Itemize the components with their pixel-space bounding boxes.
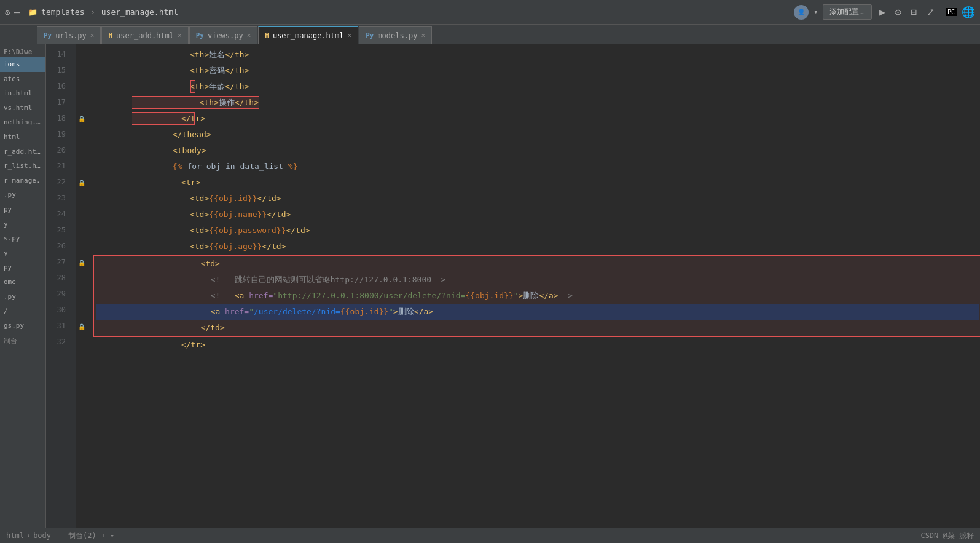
sidebar-item-in-html[interactable]: in.html bbox=[0, 86, 45, 101]
g17 bbox=[76, 95, 88, 111]
line-info: 制台(2) bbox=[68, 531, 96, 541]
ln-16: 16 bbox=[46, 79, 71, 95]
breadcrumb-arrow: › bbox=[26, 531, 31, 540]
sidebar-bottom: 制台 bbox=[0, 335, 45, 347]
sidebar-item-py2[interactable]: py bbox=[0, 202, 45, 217]
g28 bbox=[76, 271, 88, 287]
gear-icon[interactable]: ⚙ bbox=[5, 7, 10, 17]
sidebar-item-r-add[interactable]: r_add.html bbox=[0, 145, 45, 159]
sidebar-item-vs-html[interactable]: vs.html bbox=[0, 101, 45, 116]
ln-18: 18 bbox=[46, 111, 71, 127]
g27: 🔒 bbox=[76, 255, 88, 271]
sidebar: F:\DJwe ions ates in.html vs.html nethin… bbox=[0, 44, 46, 528]
sidebar-item-py3[interactable]: py bbox=[0, 260, 45, 275]
tab-user-add-label: user_add.html bbox=[116, 31, 174, 40]
minimize-icon[interactable]: — bbox=[14, 6, 20, 18]
breadcrumb-templates: templates bbox=[41, 7, 84, 17]
sidebar-item-gs-py[interactable]: gs.py bbox=[0, 319, 45, 333]
ln-20: 20 bbox=[46, 143, 71, 159]
sidebar-item-y[interactable]: y bbox=[0, 217, 45, 232]
settings-icon[interactable]: ⚙ bbox=[893, 5, 904, 19]
g26 bbox=[76, 239, 88, 255]
tab-user-add-close[interactable]: × bbox=[178, 31, 182, 39]
tab-urls[interactable]: Py urls.py × bbox=[37, 26, 101, 44]
g15 bbox=[76, 63, 88, 79]
line-17: <th>操作</th> bbox=[95, 95, 980, 111]
tab-views-close[interactable]: × bbox=[247, 31, 251, 39]
sidebar-item-nething[interactable]: nething.ht bbox=[0, 115, 45, 130]
sidebar-item-ome[interactable]: ome bbox=[0, 275, 45, 290]
tab-bar: Py urls.py × H user_add.html × Py views.… bbox=[0, 25, 980, 44]
ln-17: 17 bbox=[46, 95, 71, 111]
breadcrumb-icon: 📁 bbox=[28, 8, 37, 17]
sidebar-item-r-manage[interactable]: r_manage. bbox=[0, 173, 45, 188]
py-icon3: Py bbox=[366, 31, 374, 39]
ln-25: 25 bbox=[46, 223, 71, 239]
sidebar-item-ates[interactable]: ates bbox=[0, 72, 45, 87]
editor-area[interactable]: 14 15 16 17 18 19 20 21 22 23 24 25 26 2… bbox=[46, 44, 980, 528]
sidebar-header: F:\DJwe bbox=[0, 47, 45, 57]
sidebar-item-r-list[interactable]: r_list.html bbox=[0, 159, 45, 173]
ln-27: 27 bbox=[46, 255, 71, 271]
sidebar-item-y2[interactable]: y bbox=[0, 246, 45, 261]
breadcrumb-sep: › bbox=[91, 8, 95, 17]
g31: 🔒 bbox=[76, 319, 88, 335]
avatar-dropdown[interactable]: ▾ bbox=[813, 8, 818, 16]
tab-models-close[interactable]: × bbox=[421, 31, 425, 39]
g16 bbox=[76, 79, 88, 95]
ln-22: 22 bbox=[46, 175, 71, 191]
line-numbers: 14 15 16 17 18 19 20 21 22 23 24 25 26 2… bbox=[46, 44, 76, 528]
tab-user-manage[interactable]: H user_manage.html × bbox=[258, 26, 358, 44]
sidebar-item-ions[interactable]: ions bbox=[0, 57, 45, 72]
g22: 🔒 bbox=[76, 175, 88, 191]
expand-icon[interactable]: ⤢ bbox=[924, 5, 937, 19]
g18: 🔒 bbox=[76, 111, 88, 127]
plus-icon[interactable]: + bbox=[101, 532, 106, 540]
tab-urls-label: urls.py bbox=[55, 31, 87, 40]
ln-29: 29 bbox=[46, 287, 71, 303]
ln-30: 30 bbox=[46, 303, 71, 319]
sidebar-item-s-py[interactable]: s.py bbox=[0, 231, 45, 246]
chevron-down-icon[interactable]: ▾ bbox=[110, 532, 114, 540]
tab-urls-close[interactable]: × bbox=[90, 31, 95, 39]
html-icon: H bbox=[108, 31, 112, 39]
g23 bbox=[76, 191, 88, 207]
tab-user-manage-close[interactable]: × bbox=[348, 31, 352, 39]
sidebar-item-py1[interactable]: .py bbox=[0, 188, 45, 202]
ln-14: 14 bbox=[46, 47, 71, 63]
title-bar: ⚙ — 📁 templates › user_manage.html 👤 ▾ 添… bbox=[0, 0, 980, 25]
breadcrumb-body[interactable]: body bbox=[33, 531, 51, 540]
sidebar-item-slash[interactable]: / bbox=[0, 304, 45, 319]
line-19: </thead> bbox=[95, 127, 980, 143]
line-32: </tr> bbox=[95, 337, 980, 353]
line-31: </td> bbox=[96, 320, 979, 336]
region-redbox: <td> <!-- 跳转自己的网站则可以省略http://127.0.0.1:8… bbox=[93, 255, 980, 337]
tab-views[interactable]: Py views.py × bbox=[189, 26, 258, 44]
ln-26: 26 bbox=[46, 239, 71, 255]
tab-user-add[interactable]: H user_add.html × bbox=[101, 26, 188, 44]
tab-views-label: views.py bbox=[208, 31, 243, 40]
breadcrumb-html[interactable]: html bbox=[6, 531, 24, 540]
csdn-label: CSDN @菜-派籽 bbox=[920, 531, 974, 541]
run-icon[interactable]: ▶ bbox=[877, 5, 888, 19]
g30 bbox=[76, 303, 88, 319]
tab-user-manage-label: user_manage.html bbox=[273, 31, 344, 40]
avatar-icon[interactable]: 👤 bbox=[794, 5, 809, 20]
ln-31: 31 bbox=[46, 319, 71, 335]
title-bar-left: ⚙ — 📁 templates › user_manage.html bbox=[5, 6, 178, 18]
line-18: </tr> bbox=[95, 111, 980, 127]
code-lines: <th>姓名</th> <th>密码</th> <th>年龄</th> bbox=[88, 44, 980, 528]
html-icon2: H bbox=[265, 31, 269, 39]
bottom-bar: html › body 制台(2) + ▾ CSDN @菜-派籽 bbox=[0, 528, 980, 543]
title-bar-right: 👤 ▾ 添加配置... ▶ ⚙ ⊟ ⤢ PC 🌐 bbox=[794, 4, 975, 20]
sidebar-item-py4[interactable]: .py bbox=[0, 290, 45, 304]
add-config-button[interactable]: 添加配置... bbox=[823, 4, 872, 20]
split-icon[interactable]: ⊟ bbox=[908, 5, 919, 19]
tab-models[interactable]: Py models.py × bbox=[359, 26, 432, 44]
chrome-icon: 🌐 bbox=[962, 6, 975, 18]
sidebar-item-html[interactable]: html bbox=[0, 130, 45, 145]
line-30: <a href="/user/delete/?nid={{obj.id}}">删… bbox=[96, 304, 979, 320]
g25 bbox=[76, 223, 88, 239]
tab-models-label: models.py bbox=[377, 31, 417, 40]
g19 bbox=[76, 127, 88, 143]
